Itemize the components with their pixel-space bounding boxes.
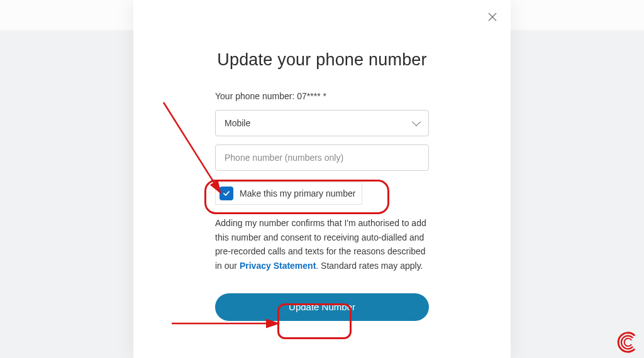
privacy-statement-link[interactable]: Privacy Statement	[240, 261, 316, 271]
chevron-down-icon	[412, 117, 421, 126]
primary-number-label: Make this my primary number	[240, 188, 355, 198]
update-phone-modal: Update your phone number Your phone numb…	[133, 0, 511, 358]
modal-title: Update your phone number	[215, 50, 429, 70]
phone-type-value: Mobile	[225, 118, 250, 128]
primary-number-row: Make this my primary number	[215, 182, 362, 205]
phone-number-input[interactable]	[215, 144, 429, 171]
close-icon[interactable]	[487, 11, 498, 23]
primary-number-checkbox[interactable]	[219, 187, 233, 200]
phone-type-select[interactable]: Mobile	[215, 110, 429, 136]
corner-logo-icon	[615, 330, 639, 354]
masked-phone-label: Your phone number: 07**** *	[215, 91, 429, 101]
update-number-button[interactable]: Update Number	[215, 293, 429, 321]
disclaimer-text: Adding my number confirms that I'm autho…	[215, 216, 429, 273]
disclaimer-post: . Standard rates may apply.	[316, 261, 423, 271]
